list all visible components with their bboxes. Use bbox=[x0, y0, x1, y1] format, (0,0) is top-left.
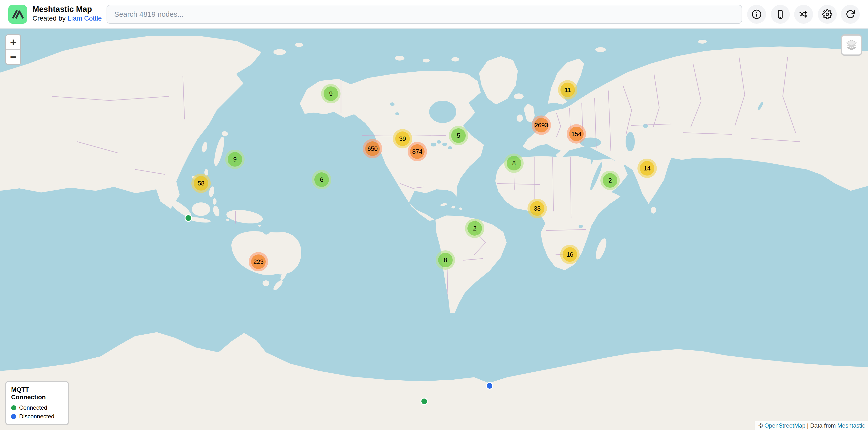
cluster-marker[interactable]: 14 bbox=[638, 159, 657, 178]
legend-item: Disconnected bbox=[11, 413, 63, 420]
zoom-out-button[interactable]: − bbox=[6, 49, 20, 64]
search-input[interactable] bbox=[106, 5, 742, 24]
cluster-count: 9 bbox=[323, 87, 338, 101]
world-map[interactable]: 911269315439650874582149586332816223 bbox=[0, 0, 868, 430]
legend-item: Connected bbox=[11, 404, 63, 411]
cluster-marker[interactable]: 58 bbox=[191, 174, 211, 193]
settings-button[interactable] bbox=[818, 5, 837, 24]
osm-link[interactable]: OpenStreetMap bbox=[764, 422, 805, 429]
cluster-marker[interactable]: 33 bbox=[527, 199, 547, 218]
cluster-count: 39 bbox=[395, 131, 410, 146]
data-from-text: | Data from bbox=[806, 422, 837, 429]
cluster-count: 2 bbox=[603, 173, 617, 188]
gear-icon bbox=[822, 9, 832, 20]
cluster-count: 8 bbox=[438, 253, 453, 267]
legend-label: Connected bbox=[19, 404, 47, 411]
legend-items: ConnectedDisconnected bbox=[11, 404, 63, 420]
page-title: Meshtastic Map bbox=[32, 4, 102, 14]
marker-layer: 911269315439650874582149586332816223 bbox=[0, 0, 868, 430]
cluster-marker[interactable]: 2 bbox=[600, 171, 620, 190]
cluster-marker[interactable]: 8 bbox=[504, 154, 524, 173]
cluster-count: 14 bbox=[640, 161, 654, 175]
cluster-marker[interactable]: 650 bbox=[363, 139, 382, 158]
cluster-count: 6 bbox=[314, 172, 329, 187]
layers-control[interactable] bbox=[841, 34, 862, 56]
cluster-marker[interactable]: 6 bbox=[312, 170, 331, 189]
smartphone-icon bbox=[775, 9, 785, 20]
title-block: Meshtastic Map Created by Liam Cottle bbox=[32, 4, 102, 23]
copyright-text: © bbox=[758, 422, 764, 429]
cluster-count: 58 bbox=[194, 176, 208, 191]
app-header: Meshtastic Map Created by Liam Cottle bbox=[0, 0, 868, 29]
mqtt-legend: MQTT Connection ConnectedDisconnected bbox=[5, 381, 69, 425]
node-marker-connected[interactable] bbox=[185, 214, 192, 222]
refresh-icon bbox=[845, 9, 856, 20]
cluster-count: 2 bbox=[467, 221, 482, 236]
cluster-marker[interactable]: 16 bbox=[560, 245, 580, 264]
meshtastic-logo-icon bbox=[8, 5, 27, 24]
cluster-count: 16 bbox=[563, 247, 577, 262]
mobile-app-button[interactable] bbox=[771, 5, 790, 24]
info-icon bbox=[751, 9, 762, 20]
legend-label: Disconnected bbox=[19, 413, 54, 420]
cluster-marker[interactable]: 5 bbox=[449, 126, 468, 145]
layers-icon bbox=[845, 38, 858, 52]
cluster-count: 11 bbox=[560, 82, 575, 97]
cluster-marker[interactable]: 874 bbox=[408, 142, 427, 161]
liam-cottle-link[interactable]: Liam Cottle bbox=[68, 14, 102, 22]
node-marker-connected[interactable] bbox=[421, 398, 428, 405]
node-marker-disconnected[interactable] bbox=[486, 382, 493, 390]
created-by-text: Created by bbox=[32, 14, 68, 22]
zoom-control: + − bbox=[5, 34, 21, 65]
meshtastic-link[interactable]: Meshtastic bbox=[837, 422, 865, 429]
legend-title: MQTT Connection bbox=[11, 386, 63, 401]
cluster-marker[interactable]: 2693 bbox=[532, 115, 551, 135]
shuffle-icon bbox=[799, 9, 809, 20]
cluster-count: 9 bbox=[228, 152, 242, 167]
cluster-marker[interactable]: 2 bbox=[465, 219, 485, 238]
cluster-count: 33 bbox=[530, 201, 545, 216]
cluster-marker[interactable]: 9 bbox=[225, 150, 245, 169]
cluster-count: 874 bbox=[410, 144, 425, 159]
cluster-marker[interactable]: 11 bbox=[558, 80, 578, 100]
cluster-count: 2693 bbox=[534, 118, 549, 132]
cluster-marker[interactable]: 8 bbox=[436, 250, 455, 270]
cluster-count: 650 bbox=[365, 141, 380, 156]
random-node-button[interactable] bbox=[794, 5, 813, 24]
map-attribution: © OpenStreetMap | Data from Meshtastic bbox=[755, 421, 868, 430]
zoom-in-button[interactable]: + bbox=[6, 35, 20, 49]
subtitle: Created by Liam Cottle bbox=[32, 14, 102, 23]
disconnected-dot-icon bbox=[11, 414, 16, 419]
cluster-marker[interactable]: 223 bbox=[249, 252, 268, 271]
cluster-count: 154 bbox=[569, 127, 584, 141]
connected-dot-icon bbox=[11, 405, 16, 410]
cluster-marker[interactable]: 154 bbox=[567, 124, 586, 143]
cluster-count: 8 bbox=[507, 156, 521, 170]
info-button[interactable] bbox=[747, 5, 766, 24]
cluster-marker[interactable]: 9 bbox=[321, 84, 341, 103]
cluster-count: 5 bbox=[451, 128, 466, 143]
cluster-count: 223 bbox=[251, 255, 266, 269]
refresh-button[interactable] bbox=[841, 5, 860, 24]
